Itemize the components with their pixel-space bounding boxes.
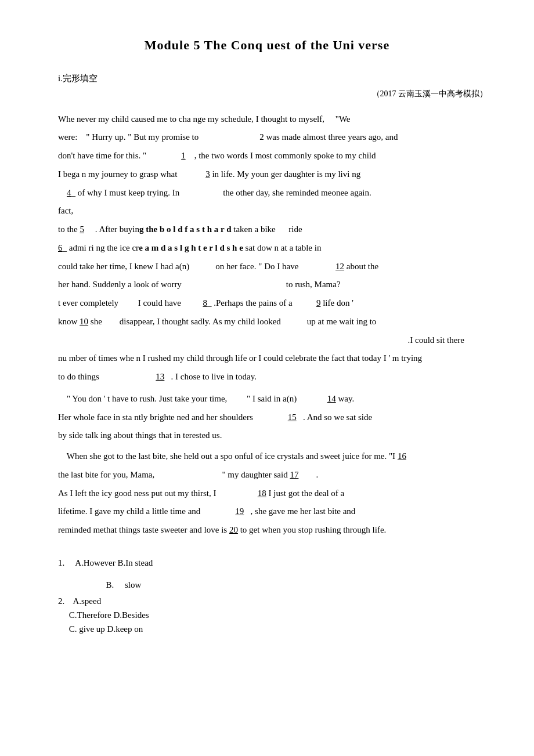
main-content: Whe never my child caused me to cha nge … [58, 111, 499, 538]
answer-item-2: B. slow 2. A.speed C.Therefore D.Besides… [58, 578, 511, 636]
page-title: Module 5 The Conq uest of the Uni verse [23, 35, 511, 55]
para-10: her hand. Suddenly a look of worry to ru… [58, 277, 499, 293]
para-9: could take her time, I knew I had a(n) o… [58, 259, 499, 275]
para-16: " You don ' t have to rush. Just take yo… [58, 391, 499, 407]
answer-item-1: 1. A.However B.In stead [58, 556, 511, 570]
para-17: Her whole face in sta ntly brighte ned a… [58, 410, 499, 426]
para-21: As I left the icy good ness put out my t… [58, 486, 499, 502]
para-7: to the 5 . After buying the b o l d f a … [58, 222, 499, 238]
para-18: by side talk ing about things that in te… [58, 428, 499, 444]
section-label: i.完形填空 [58, 71, 511, 85]
answer-section: 1. A.However B.In stead B. slow 2. A.spe… [58, 556, 511, 636]
para-8: 6_ admi ri ng the ice cre a m d a s l g … [58, 240, 499, 256]
para-6: fact, [58, 203, 499, 219]
para-3: don't have time for this. " 1 , the two … [58, 148, 499, 164]
para-2: were: " Hurry up. " But my promise to 2 … [58, 129, 499, 146]
para-13: .I could sit there [58, 332, 499, 349]
para-5: 4_ of why I must keep trying. In the oth… [58, 185, 499, 201]
para-4: I bega n my journey to grasp what 3 in l… [58, 167, 499, 183]
para-20: the last bite for you, Mama, " my daught… [58, 467, 499, 483]
para-11: t ever completely I could have 8_ .Perha… [58, 295, 499, 312]
para-15: to do things 13 . I chose to live in tod… [58, 369, 499, 385]
para-1: Whe never my child caused me to cha nge … [58, 111, 499, 128]
para-23: reminded methat things taste sweeter and… [58, 522, 499, 538]
para-14: nu mber of times whe n I rushed my child… [58, 350, 499, 367]
source-text: （2017 云南玉溪一中高考模拟） [23, 88, 511, 100]
para-12: know 10 she disappear, I thought sadly. … [58, 314, 499, 330]
para-22: lifetime. I gave my child a little time … [58, 504, 499, 520]
para-19: When she got to the last bite, she held … [58, 448, 499, 465]
